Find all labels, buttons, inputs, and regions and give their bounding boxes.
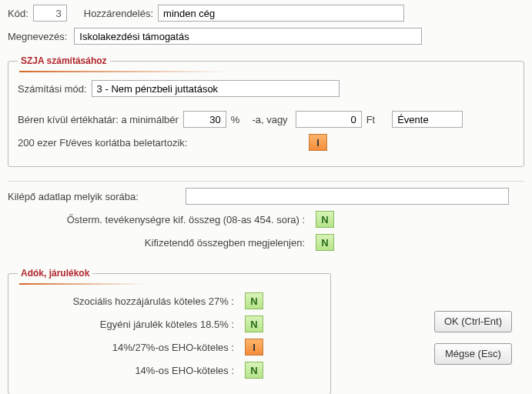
megnevezes-input[interactable]	[74, 28, 422, 45]
adok-row-toggle[interactable]: N	[245, 316, 263, 332]
adok-fieldset: Adók, járulékok Szociális hozzájárulás k…	[8, 268, 331, 394]
ft-unit: Ft	[366, 114, 376, 125]
beren-middle-text: -a, vagy	[252, 114, 287, 125]
separator	[8, 181, 524, 182]
osterm-label: Ősterm. tevékenységre kif. összeg (08-as…	[8, 214, 316, 225]
osterm-toggle[interactable]: N	[316, 211, 334, 228]
percent-unit: %	[231, 114, 240, 125]
kod-input	[33, 5, 67, 22]
cancel-button[interactable]: Mégse (Esc)	[434, 343, 512, 365]
adok-row-toggle[interactable]: N	[245, 292, 263, 309]
szja-legend: SZJA számításához	[18, 55, 110, 66]
megnevezes-label: Megnevezés:	[8, 31, 67, 42]
hozzarendeles-label: Hozzárendelés:	[84, 8, 153, 19]
beren-amount-input[interactable]	[296, 111, 362, 128]
korlat-toggle[interactable]: I	[309, 134, 327, 151]
szamitasi-mod-input[interactable]	[92, 80, 340, 97]
kilepo-input[interactable]	[186, 188, 509, 205]
legend-underline-2	[19, 283, 201, 285]
adok-row-toggle[interactable]: I	[245, 339, 263, 356]
beren-kivul-label: Béren kívül értékhatár: a minimálbér	[18, 114, 179, 125]
korlat-label: 200 ezer Ft/éves korlátba beletartozik:	[18, 137, 304, 149]
adok-row-label: Egyéni járulék köteles 18.5% :	[18, 319, 245, 330]
szja-fieldset: SZJA számításához Számítási mód: Béren k…	[8, 55, 524, 167]
kilepo-label: Kilépő adatlap melyik sorába:	[8, 191, 181, 202]
adok-row-label: 14%/27%-os EHO-köteles :	[18, 342, 245, 353]
megjelenjen-label: Kifizetendő összegben megjelenjen:	[8, 237, 316, 249]
beren-percent-input[interactable]	[183, 111, 226, 128]
adok-row-toggle[interactable]: N	[245, 362, 263, 379]
adok-legend: Adók, járulékok	[18, 268, 92, 279]
legend-underline	[19, 71, 317, 72]
hozzarendeles-input[interactable]	[158, 5, 404, 22]
megjelenjen-toggle[interactable]: N	[316, 234, 334, 251]
szamitasi-mod-label: Számítási mód:	[18, 83, 87, 95]
kod-label: Kód:	[8, 8, 28, 19]
adok-row-label: 14%-os EHO-köteles :	[18, 365, 245, 376]
ok-button[interactable]: OK (Ctrl-Ent)	[434, 311, 512, 332]
adok-row-label: Szociális hozzájárulás köteles 27% :	[18, 296, 245, 307]
periodus-input[interactable]	[392, 111, 463, 128]
